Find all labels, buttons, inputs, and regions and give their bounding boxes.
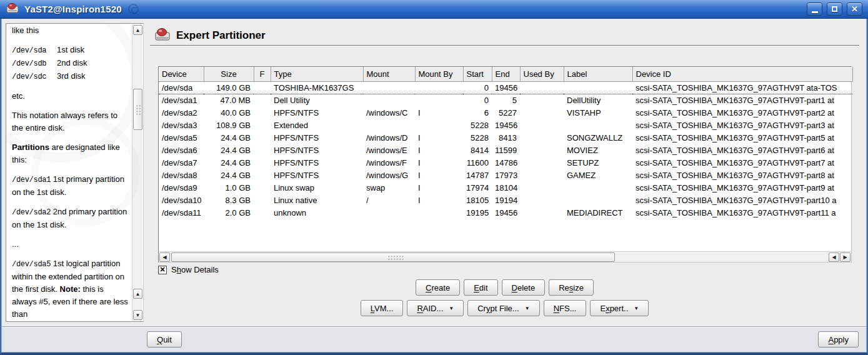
scroll-right-button[interactable]: ▶ — [840, 252, 851, 262]
table-row[interactable]: /dev/sda824.4 GBHPFS/NTFS/windows/GI1478… — [159, 169, 852, 181]
table-cell[interactable]: /dev/sda3 — [159, 119, 204, 131]
table-cell[interactable]: I — [415, 181, 463, 194]
table-cell[interactable]: /dev/sda5 — [159, 131, 204, 144]
table-cell[interactable]: I — [415, 169, 463, 181]
table-cell[interactable]: 11599 — [492, 144, 520, 156]
h-scroll-thumb[interactable] — [171, 252, 615, 262]
table-cell[interactable]: 24.4 GB — [204, 156, 254, 169]
table-cell[interactable]: SETUPZ — [564, 156, 632, 169]
scroll-up-button[interactable]: ▲ — [133, 25, 142, 35]
show-details-label[interactable]: Show Details — [171, 265, 219, 274]
column-header[interactable]: Size — [204, 67, 254, 81]
table-cell[interactable]: TOSHIBA-MK1637GS — [271, 81, 363, 94]
table-cell[interactable]: scsi-SATA_TOSHIBA_MK1637G_97AGTHV9T-part… — [632, 194, 852, 206]
table-cell[interactable]: /dev/sda9 — [159, 181, 204, 194]
scroll-left-button-right[interactable]: ◀ — [829, 252, 839, 262]
table-cell[interactable]: 149.0 GB — [204, 81, 254, 94]
close-button[interactable]: ✕ — [847, 2, 862, 16]
table-cell[interactable] — [520, 106, 564, 119]
table-cell[interactable]: SONGZWALLZ — [564, 131, 632, 144]
table-cell[interactable] — [254, 81, 271, 94]
table-cell[interactable] — [254, 206, 271, 219]
table-cell[interactable]: 18104 — [492, 181, 520, 194]
table-cell[interactable] — [363, 94, 415, 106]
table-cell[interactable] — [415, 206, 463, 219]
table-cell[interactable]: scsi-SATA_TOSHIBA_MK1637G_97AGTHV9T-part… — [632, 156, 852, 169]
table-cell[interactable]: 19456 — [492, 206, 520, 219]
table-cell[interactable]: I — [415, 106, 463, 119]
table-cell[interactable] — [564, 119, 632, 131]
table-row[interactable]: /dev/sda524.4 GBHPFS/NTFS/windows/DI5228… — [159, 131, 852, 144]
table-cell[interactable]: 108.9 GB — [204, 119, 254, 131]
column-header[interactable]: End — [492, 67, 520, 81]
resize-button[interactable]: Resize — [549, 279, 594, 296]
table-cell[interactable] — [415, 81, 463, 94]
table-row[interactable]: /dev/sda112.0 GBunknown1919519456MEDIADI… — [159, 206, 852, 219]
table-cell[interactable] — [415, 94, 463, 106]
table-horizontal-scrollbar[interactable]: ◀ ◀ ▶ — [159, 251, 851, 262]
column-header[interactable]: Used By — [520, 67, 564, 81]
column-header[interactable]: Mount By — [415, 67, 463, 81]
table-cell[interactable] — [520, 144, 564, 156]
table-cell[interactable]: 5228 — [463, 131, 492, 144]
column-header[interactable]: Device — [159, 67, 204, 81]
table-cell[interactable]: scsi-SATA_TOSHIBA_MK1637G_97AGTHV9T-part… — [632, 106, 852, 119]
table-cell[interactable]: 0 — [463, 94, 492, 106]
table-cell[interactable]: /windows/F — [363, 156, 415, 169]
table-cell[interactable]: 14787 — [463, 169, 492, 181]
table-cell[interactable]: /dev/sda11 — [159, 206, 204, 219]
table-cell[interactable] — [520, 94, 564, 106]
table-cell[interactable]: 19195 — [463, 206, 492, 219]
table-cell[interactable]: Linux native — [271, 194, 363, 206]
table-cell[interactable]: 11600 — [463, 156, 492, 169]
table-cell[interactable]: MOVIEZ — [564, 144, 632, 156]
table-cell[interactable]: /windows/G — [363, 169, 415, 181]
table-cell[interactable]: 8413 — [492, 131, 520, 144]
nfs-button[interactable]: NFS... — [544, 300, 587, 316]
table-cell[interactable] — [254, 131, 271, 144]
table-cell[interactable] — [254, 94, 271, 106]
table-cell[interactable]: Extended — [271, 119, 363, 131]
table-cell[interactable]: scsi-SATA_TOSHIBA_MK1637G_97AGTHV9T-part… — [632, 206, 852, 219]
table-cell[interactable] — [254, 144, 271, 156]
table-cell[interactable] — [520, 119, 564, 131]
scroll-thumb[interactable] — [133, 89, 142, 130]
table-cell[interactable]: scsi-SATA_TOSHIBA_MK1637G_97AGTHV9T-part… — [632, 144, 852, 156]
scroll-up-button-bottom[interactable]: ▲ — [133, 289, 142, 299]
table-cell[interactable] — [254, 169, 271, 181]
table-cell[interactable]: VISTAHP — [564, 106, 632, 119]
table-cell[interactable]: HPFS/NTFS — [271, 144, 363, 156]
table-cell[interactable] — [520, 81, 564, 94]
table-cell[interactable] — [415, 119, 463, 131]
table-cell[interactable]: 5 — [492, 94, 520, 106]
raid-button[interactable]: RAID...▼ — [407, 300, 464, 316]
table-cell[interactable]: /dev/sda8 — [159, 169, 204, 181]
table-cell[interactable]: GAMEZ — [564, 169, 632, 181]
table-cell[interactable]: HPFS/NTFS — [271, 106, 363, 119]
table-cell[interactable]: 19456 — [492, 81, 520, 94]
table-cell[interactable] — [520, 206, 564, 219]
table-cell[interactable] — [254, 156, 271, 169]
table-cell[interactable]: scsi-SATA_TOSHIBA_MK1637G_97AGTHV9T-part… — [632, 94, 852, 106]
table-cell[interactable]: / — [363, 194, 415, 206]
crypt-file-button[interactable]: Crypt File...▼ — [467, 300, 539, 316]
table-cell[interactable]: 24.4 GB — [204, 169, 254, 181]
column-header[interactable]: Type — [271, 67, 363, 81]
table-cell[interactable]: scsi-SATA_TOSHIBA_MK1637G_97AGTHV9T-part… — [632, 131, 852, 144]
table-row[interactable]: /dev/sda624.4 GBHPFS/NTFS/windows/EI8414… — [159, 144, 852, 156]
table-cell[interactable]: 8.3 GB — [204, 194, 254, 206]
delete-button[interactable]: Delete — [502, 279, 546, 296]
table-cell[interactable]: 19194 — [492, 194, 520, 206]
table-cell[interactable]: 14786 — [492, 156, 520, 169]
table-cell[interactable] — [520, 156, 564, 169]
table-cell[interactable]: scsi-SATA_TOSHIBA_MK1637G_97AGTHV9T-part… — [632, 181, 852, 194]
table-cell[interactable]: HPFS/NTFS — [271, 156, 363, 169]
table-cell[interactable]: I — [415, 194, 463, 206]
table-cell[interactable]: /dev/sda2 — [159, 106, 204, 119]
table-cell[interactable]: /dev/sda7 — [159, 156, 204, 169]
table-cell[interactable]: swap — [363, 181, 415, 194]
table-row[interactable]: /dev/sda108.3 GBLinux native/I1810519194… — [159, 194, 852, 206]
table-cell[interactable]: 17973 — [492, 169, 520, 181]
table-cell[interactable]: scsi-SATA_TOSHIBA_MK1637G_97AGTHV9T-part… — [632, 169, 852, 181]
edit-button[interactable]: Edit — [464, 279, 497, 296]
